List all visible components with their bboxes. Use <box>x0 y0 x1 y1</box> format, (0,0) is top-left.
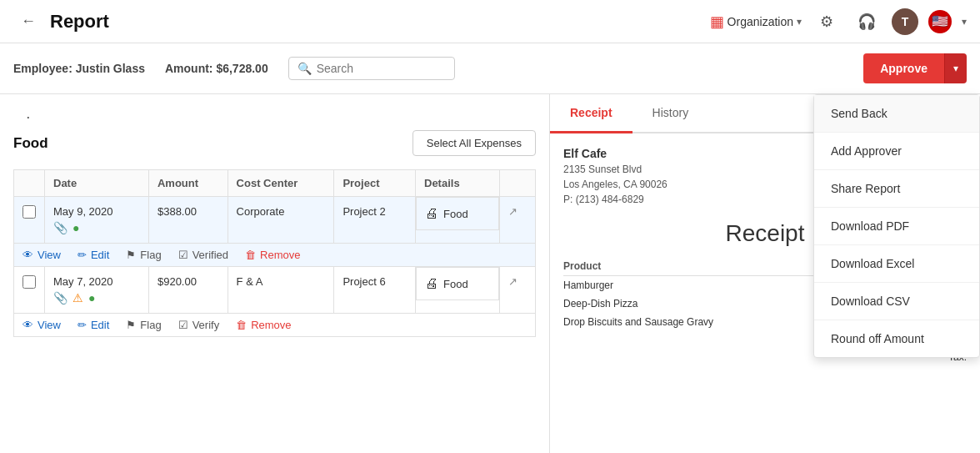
row2-view-button[interactable]: 👁 View <box>22 319 61 331</box>
approve-button[interactable]: Approve <box>863 53 944 83</box>
row2-edit-button[interactable]: ✏ Edit <box>78 319 109 331</box>
nav-right: ▦ Organization ▾ ⚙ 🎧 T 🇺🇸 ▾ <box>710 7 967 37</box>
row2-remove-button[interactable]: 🗑 Remove <box>236 319 291 331</box>
approve-group: Approve ▾ <box>863 53 967 83</box>
edit-icon: ✏ <box>78 249 87 261</box>
row1-remove-button[interactable]: 🗑 Remove <box>245 249 300 261</box>
view-icon2: 👁 <box>22 319 33 331</box>
row1-actions-cell: 👁 View ✏ Edit ⚑ Flag ☑ Verified <box>14 244 536 267</box>
view-icon: 👁 <box>22 249 33 261</box>
dropdown-download-csv[interactable]: Download CSV <box>814 283 979 320</box>
dropdown-send-back[interactable]: Send Back <box>814 95 979 133</box>
flag-icon: ⚑ <box>126 249 136 261</box>
top-nav: ← Report ▦ Organization ▾ ⚙ 🎧 T 🇺🇸 ▾ <box>0 0 980 43</box>
dropdown-share-report[interactable]: Share Report <box>814 170 979 208</box>
row1-view-button[interactable]: 👁 View <box>22 249 61 261</box>
attachment-icon: 📎 <box>53 291 68 305</box>
nav-left: ← Report <box>13 7 109 37</box>
dropdown-add-approver[interactable]: Add Approver <box>814 133 979 170</box>
row1-date-cell: May 9, 2020 📎 ● <box>45 197 149 244</box>
search-input[interactable] <box>317 62 442 75</box>
row2-external-link[interactable]: ↗ <box>499 267 535 314</box>
row1-action-row: 👁 View ✏ Edit ⚑ Flag ☑ Verified <box>14 244 536 267</box>
attachment-icon: 📎 <box>53 221 68 234</box>
row2-date-cell: May 7, 2020 📎 ⚠ ● <box>45 267 149 314</box>
trash-icon: 🗑 <box>245 249 256 261</box>
org-chevron-icon: ▾ <box>797 16 802 28</box>
row2-project: Project 6 <box>334 267 416 314</box>
col-details: Details <box>416 170 500 197</box>
row1-project: Project 2 <box>334 197 416 244</box>
row1-edit-button[interactable]: ✏ Edit <box>78 249 109 261</box>
row2-amount: $920.00 <box>148 267 228 314</box>
food-icon2: 🖨 <box>425 276 438 291</box>
settings-button[interactable]: ⚙ <box>812 7 842 37</box>
verified-icon: ☑ <box>178 249 188 261</box>
org-label: Organization <box>728 15 793 28</box>
row2-action-row: 👁 View ✏ Edit ⚑ Flag ☑ Verify <box>14 314 536 337</box>
row2-details: 🖨 Food <box>416 267 499 300</box>
right-panel: Receipt History Elf Cafe 2135 Sunset Blv… <box>550 94 980 453</box>
dropdown-round-off[interactable]: Round off Amount <box>814 320 979 357</box>
row2-action-buttons: 👁 View ✏ Edit ⚑ Flag ☑ Verify <box>22 319 527 331</box>
external-link-icon2[interactable]: ↗ <box>508 275 518 288</box>
row1-external-link[interactable]: ↗ <box>499 197 535 244</box>
row2-icons: 📎 ⚠ ● <box>53 291 140 305</box>
row2-checkbox[interactable] <box>22 275 36 289</box>
row1-verified-button[interactable]: ☑ Verified <box>178 249 228 261</box>
dropdown-download-pdf[interactable]: Download PDF <box>814 208 979 245</box>
org-icon: ▦ <box>710 13 724 31</box>
row2-checkbox-cell[interactable] <box>14 267 45 314</box>
external-link-icon[interactable]: ↗ <box>508 205 518 218</box>
dropdown-download-excel[interactable]: Download Excel <box>814 245 979 283</box>
employee-name: Justin Glass <box>76 62 145 75</box>
row1-icons: 📎 ● <box>53 221 140 234</box>
avatar[interactable]: T <box>892 8 918 35</box>
tab-history[interactable]: History <box>632 94 709 133</box>
main-content: · Food Select All Expenses Date Amount C… <box>0 94 980 453</box>
row1-details: 🖨 Food <box>416 197 499 230</box>
row1-date: May 9, 2020 <box>53 205 140 218</box>
profile-chevron-icon: ▾ <box>962 16 967 28</box>
row2-date: May 7, 2020 <box>53 275 140 288</box>
col-link <box>499 170 535 197</box>
employee-label: Employee: <box>13 62 72 75</box>
section-header: Food Select All Expenses <box>13 127 536 159</box>
row1-flag-button[interactable]: ⚑ Flag <box>126 249 161 261</box>
row1-checkbox[interactable] <box>22 205 36 219</box>
search-box[interactable]: 🔍 <box>288 57 455 80</box>
row2-flag-button[interactable]: ⚑ Flag <box>126 319 161 331</box>
row1-cost-center: Corporate <box>228 197 334 244</box>
page-title: Report <box>50 11 109 33</box>
org-selector[interactable]: ▦ Organization ▾ <box>710 13 802 31</box>
amount-value: $6,728.00 <box>216 62 268 75</box>
employee-info: Employee: Justin Glass <box>13 62 145 75</box>
tab-receipt[interactable]: Receipt <box>550 94 632 133</box>
row1-amount: $388.00 <box>148 197 228 244</box>
trash-icon2: 🗑 <box>236 319 247 331</box>
dropdown-menu: Send Back Add Approver Share Report Down… <box>813 94 980 358</box>
left-panel: · Food Select All Expenses Date Amount C… <box>0 94 550 453</box>
row2-verify-button[interactable]: ☑ Verify <box>178 319 220 331</box>
scroll-hint: · <box>13 104 536 127</box>
back-button[interactable]: ← <box>13 7 43 37</box>
approve-dropdown-button[interactable]: ▾ <box>944 53 967 83</box>
expense-table: Date Amount Cost Center Project Details … <box>13 169 536 337</box>
warning-icon: ⚠ <box>72 291 83 305</box>
sub-header: Employee: Justin Glass Amount: $6,728.00… <box>0 43 980 94</box>
row2-actions-cell: 👁 View ✏ Edit ⚑ Flag ☑ Verify <box>14 314 536 337</box>
col-date: Date <box>45 170 149 197</box>
table-header-row: Date Amount Cost Center Project Details <box>14 170 536 197</box>
green-dot-icon: ● <box>88 291 95 305</box>
food-icon: 🖨 <box>425 206 438 221</box>
amount-label: Amount: <box>165 62 213 75</box>
section-title: Food <box>13 135 48 152</box>
table-row: May 7, 2020 📎 ⚠ ● $920.00 F & A Project … <box>14 267 536 314</box>
col-amount: Amount <box>148 170 228 197</box>
select-all-button[interactable]: Select All Expenses <box>412 130 536 156</box>
headset-button[interactable]: 🎧 <box>852 7 882 37</box>
search-icon: 🔍 <box>298 62 312 75</box>
amount-info: Amount: $6,728.00 <box>165 62 268 75</box>
flag-icon: 🇺🇸 <box>928 10 952 33</box>
row1-checkbox-cell[interactable] <box>14 197 45 244</box>
